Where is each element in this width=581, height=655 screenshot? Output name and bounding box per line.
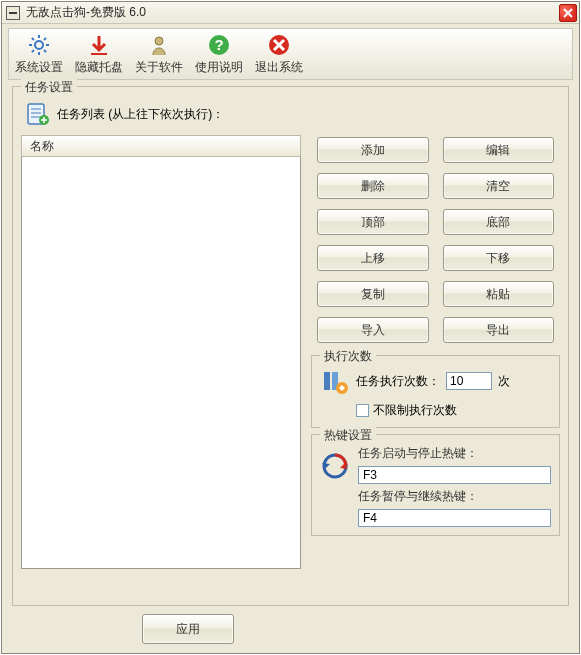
toolbar-exit[interactable]: 退出系统 [253,31,305,77]
hotkey-group: 热键设置 任务启动与停止热键： 任务暂停与继续热键： [311,434,560,536]
app-window: 无敌点击狗-免费版 6.0 系统设置 隐藏托盘 关于软件 [1,1,580,654]
svg-text:?: ? [214,36,223,53]
gear-icon [27,33,51,57]
edit-button[interactable]: 编辑 [443,137,555,163]
unlimited-label: 不限制执行次数 [373,402,457,419]
pause-resume-hotkey-label: 任务暂停与继续热键： [358,488,551,505]
app-menu-icon[interactable] [6,6,20,20]
task-list-icon [25,101,51,127]
start-stop-hotkey-input[interactable] [358,466,551,484]
import-button[interactable]: 导入 [317,317,429,343]
hotkey-title: 热键设置 [320,427,376,444]
task-list: 名称 [21,135,301,569]
exec-count-group: 执行次数 任务执行次数： 次 不限制执行次数 [311,355,560,428]
move-up-button[interactable]: 上移 [317,245,429,271]
exec-count-title: 执行次数 [320,348,376,365]
exec-icon [320,366,350,396]
copy-button[interactable]: 复制 [317,281,429,307]
task-list-body[interactable] [21,157,301,569]
task-settings-title: 任务设置 [21,79,77,96]
task-list-header: 任务列表 (从上往下依次执行)： [25,101,560,127]
toolbar-about[interactable]: 关于软件 [133,31,185,77]
pause-resume-hotkey-input[interactable] [358,509,551,527]
svg-rect-11 [324,372,330,390]
svg-point-2 [155,37,163,45]
toolbar-help[interactable]: ? 使用说明 [193,31,245,77]
toolbar-label: 退出系统 [255,59,303,76]
task-list-title: 任务列表 (从上往下依次执行)： [57,106,224,123]
toolbar-label: 使用说明 [195,59,243,76]
add-button[interactable]: 添加 [317,137,429,163]
unlimited-checkbox[interactable] [356,404,369,417]
toolbar-label: 隐藏托盘 [75,59,123,76]
top-button[interactable]: 顶部 [317,209,429,235]
export-button[interactable]: 导出 [443,317,555,343]
hotkey-icon [320,451,350,481]
task-buttons: 添加 编辑 删除 清空 顶部 底部 上移 下移 复制 粘贴 导入 导出 [311,135,560,349]
apply-button[interactable]: 应用 [142,614,234,644]
task-settings-group: 任务设置 任务列表 (从上往下依次执行)： 名称 添加 编辑 删除 [12,86,569,606]
close-button[interactable] [559,4,577,22]
footer: 应用 [2,606,579,652]
exec-count-label: 任务执行次数： [356,373,440,390]
right-panel: 添加 编辑 删除 清空 顶部 底部 上移 下移 复制 粘贴 导入 导出 执行次数 [311,135,560,536]
toolbar-system-settings[interactable]: 系统设置 [13,31,65,77]
download-arrow-icon [87,33,111,57]
exec-count-input[interactable] [446,372,492,390]
help-icon: ? [207,33,231,57]
toolbar-label: 关于软件 [135,59,183,76]
toolbar: 系统设置 隐藏托盘 关于软件 ? 使用说明 退出系统 [8,28,573,80]
column-name: 名称 [30,138,54,155]
exec-count-unit: 次 [498,373,510,390]
window-title: 无敌点击狗-免费版 6.0 [26,4,146,21]
exit-icon [267,33,291,57]
move-down-button[interactable]: 下移 [443,245,555,271]
bottom-button[interactable]: 底部 [443,209,555,235]
task-list-column-header[interactable]: 名称 [21,135,301,157]
svg-point-0 [35,41,43,49]
titlebar: 无敌点击狗-免费版 6.0 [2,2,579,24]
start-stop-hotkey-label: 任务启动与停止热键： [358,445,551,462]
close-icon [563,8,573,18]
paste-button[interactable]: 粘贴 [443,281,555,307]
delete-button[interactable]: 删除 [317,173,429,199]
clear-button[interactable]: 清空 [443,173,555,199]
about-icon [147,33,171,57]
toolbar-label: 系统设置 [15,59,63,76]
toolbar-hide-tray[interactable]: 隐藏托盘 [73,31,125,77]
